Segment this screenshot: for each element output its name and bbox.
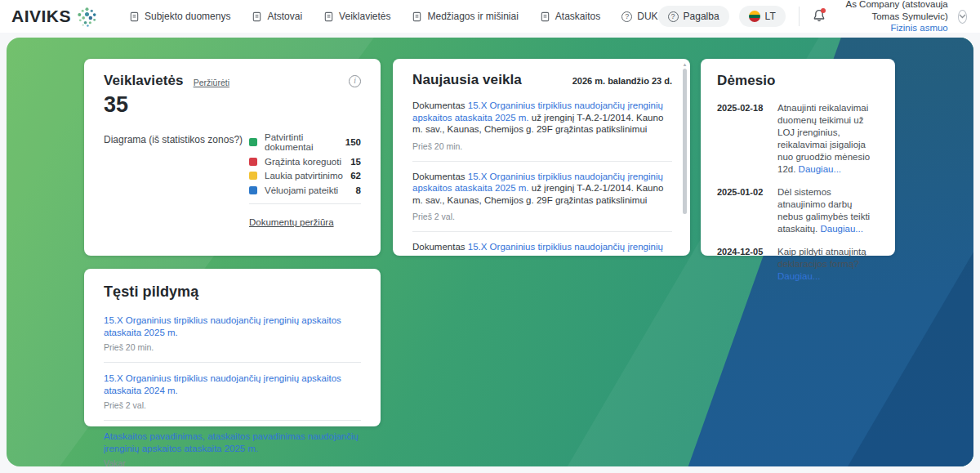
document-icon [540,11,550,22]
activity-text: Dokumentas 15.X Organinius tirpiklius na… [412,241,672,256]
help-label: Pagalba [684,11,719,22]
entry-prefix: Dokumentas [412,172,466,181]
entry-timestamp: Prieš 20 min. [412,141,672,151]
legend-row: Vėluojami pateikti 8 [249,185,361,195]
diagram-label: Diagrama (iš statistikos zonos?) [104,132,249,229]
testi-pildyma-card: Tęsti pildymą 15.X Organinius tirpiklius… [84,269,381,426]
notice-text: Atnaujinti reikalavimai duomenų teikimui… [777,102,879,176]
entry-timestamp: Prieš 2 val. [412,212,672,221]
card-title: Naujausia veikla [412,72,522,88]
veiklavietes-card: Veiklavietės Peržiūrėti i 35 Diagrama (i… [84,59,381,256]
document-icon [129,11,140,22]
logo-dots-icon [76,6,98,28]
card-scrollbar[interactable]: ▲ [681,62,688,252]
legend-row: Laukia patvirtinimo 62 [249,171,361,181]
notice-date: 2024-12-05 [717,246,769,283]
notice-text: Dėl sistemos atnaujinimo darbų nebus gal… [777,186,879,235]
question-circle-icon: ? [621,11,632,22]
legend-label: Laukia patvirtinimo [265,171,350,181]
help-button[interactable]: ? Pagalba [658,6,729,27]
draft-document-link[interactable]: Ataskaitos pavadinimas, ataskaitos pavad… [104,431,361,454]
account-chevron-button[interactable] [958,10,967,24]
nav-item-atstovai[interactable]: Atstovai [252,11,302,22]
dokumentu-perziura-link[interactable]: Dokumentų peržiūra [249,217,334,227]
dashboard-content: Veiklavietės Peržiūrėti i 35 Diagrama (i… [0,0,980,473]
aiviks-logo[interactable]: AIVIKS [11,6,98,28]
legend-label: Vėluojami pateikti [265,185,356,195]
document-icon [412,11,422,22]
card-title: Veiklavietės [104,73,184,89]
draft-item: Ataskaitos pavadinimas, ataskaitos pavad… [104,431,361,468]
daugiau-link[interactable]: Daugiau... [799,164,841,174]
info-icon[interactable]: i [349,75,361,87]
account-menu[interactable]: As Company (atstovauja Tomas Symulevic) … [836,0,947,34]
notifications-bell-icon[interactable] [812,8,826,25]
nav-item-subjekto-duomenys[interactable]: Subjekto duomenys [129,11,230,22]
notice-item: 2025-01-02 Dėl sistemos atnaujinimo darb… [717,186,879,235]
main-menu: Subjekto duomenys Atstovai Veiklavietės … [129,11,658,22]
nav-item-veiklavietes[interactable]: Veiklavietės [323,11,390,22]
nav-label: Veiklavietės [339,11,390,22]
legend-row: Grąžinta koreguoti 15 [249,157,361,167]
logo-text: AIVIKS [11,7,71,26]
legend-value: 62 [350,171,361,181]
demesio-card: Dėmesio 2025-02-18 Atnaujinti reikalavim… [701,59,895,256]
nav-item-duk[interactable]: ? DUK [621,11,657,22]
account-role-link[interactable]: Fizinis asmuo [836,22,947,33]
scroll-up-arrow[interactable]: ▲ [681,62,688,67]
divider [104,362,361,363]
notice-body: Kaip pildyti atnaujintą deklaracijos for… [777,247,866,269]
naujausia-veikla-card: Naujausia veikla 2026 m. balandžio 23 d.… [393,59,690,256]
legend-value: 8 [356,185,361,195]
language-selector[interactable]: LT [739,6,786,27]
notice-item: 2024-12-05 Kaip pildyti atnaujintą dekla… [717,246,879,283]
nav-item-medziagos-ir-misiniai[interactable]: Medžiagos ir mišiniai [412,11,518,22]
card-title: Dėmesio [717,73,776,88]
notice-list: 2025-02-18 Atnaujinti reikalavimai duome… [717,102,879,283]
scrollbar-thumb[interactable] [683,69,687,214]
notice-text: Kaip pildyti atnaujintą deklaracijos for… [777,246,879,283]
draft-document-link[interactable]: 15.X Organinius tirpiklius naudojančių į… [104,315,361,338]
perziureti-link[interactable]: Peržiūrėti [194,78,229,87]
document-icon [252,11,262,22]
draft-document-link[interactable]: 15.X Organinius tirpiklius naudojančių į… [104,373,361,396]
question-circle-icon: ? [668,11,679,22]
legend-swatch-red [249,158,257,166]
legend-value: 150 [345,137,361,147]
chevron-down-icon [959,14,966,19]
divider [412,161,672,162]
legend-label: Patvirtinti dokumentai [265,132,345,152]
draft-timestamp: Prieš 2 val. [104,400,361,410]
nav-label: Medžiagos ir mišiniai [427,11,518,22]
lithuania-flag-icon [749,11,760,22]
activity-entry: Dokumentas 15.X Organinius tirpiklius na… [412,100,672,151]
divider [249,203,361,204]
nav-label: DUK [637,11,657,22]
activity-entry: Dokumentas 15.X Organinius tirpiklius na… [412,241,672,256]
legend-swatch-yellow [249,172,257,180]
nav-label: Subjekto duomenys [145,11,230,22]
current-date: 2026 m. balandžio 23 d. [572,76,672,86]
legend-row: Patvirtinti dokumentai 150 [249,132,361,152]
draft-list: 15.X Organinius tirpiklius naudojančių į… [104,315,361,468]
daugiau-link[interactable]: Daugiau... [777,271,820,281]
daugiau-link[interactable]: Daugiau... [820,224,862,234]
veiklavietes-count: 35 [104,92,361,118]
legend-label: Grąžinta koreguoti [265,157,350,167]
top-navbar: AIVIKS Subjekto duomenys Atstovai Veikla… [0,0,980,33]
account-name: As Company (atstovauja Tomas Symulevic) [836,0,947,22]
nav-label: Atstovai [267,11,302,22]
draft-item: 15.X Organinius tirpiklius naudojančių į… [104,373,361,410]
activity-text: Dokumentas 15.X Organinius tirpiklius na… [412,171,672,207]
legend-swatch-green [249,138,257,146]
activity-text: Dokumentas 15.X Organinius tirpiklius na… [412,100,672,136]
nav-item-ataskaitos[interactable]: Ataskaitos [540,11,600,22]
card-title: Tęsti pildymą [104,283,198,300]
divider [799,7,800,26]
entry-prefix: Dokumentas [412,242,466,252]
draft-timestamp: Vakar [104,458,361,468]
language-code: LT [765,11,776,22]
notice-body: Atnaujinti reikalavimai duomenų teikimui… [777,103,870,174]
notice-date: 2025-01-02 [717,186,769,235]
draft-timestamp: Prieš 20 min. [104,342,361,352]
